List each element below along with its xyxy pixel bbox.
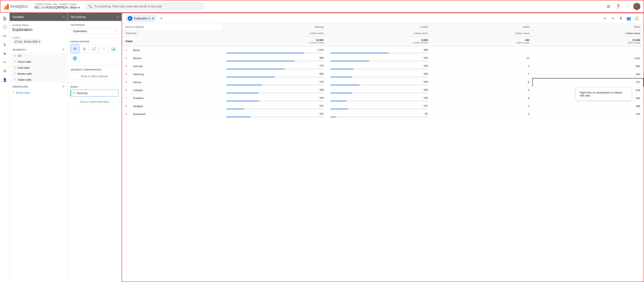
dimension-event-label: Event name (16, 91, 30, 94)
apps-grid-button[interactable]: ⊞ (604, 2, 612, 10)
sub-col-desktop-metric[interactable]: Active users (223, 30, 327, 36)
totals-total: 17,634 100% of total (532, 36, 644, 46)
segment-drop-zone[interactable]: Drop or select segment (70, 73, 119, 80)
tab-settings-panel: Tab Settings − TECHNIQUE Exploration VIS… (68, 13, 122, 282)
nav-clock-button[interactable]: 🕐 (1, 23, 9, 31)
tablet-3: 7 (431, 62, 532, 70)
city-8: Stuttgart (130, 102, 223, 110)
help-button[interactable]: ❓ (614, 2, 622, 10)
add-dimension-button[interactable]: + (62, 85, 65, 89)
row-chip-icon: ⠿ (73, 92, 75, 95)
date-range-chip[interactable]: 27 Oct - 25 Nov 2020 ▾ (12, 39, 42, 44)
desktop-4: 652 (223, 70, 327, 78)
mobile-6: 185 (327, 86, 431, 94)
variables-panel: Variables − Analysis Name: Exploration C… (10, 13, 68, 282)
table-row[interactable]: 8 Stuttgart 231 151 7 388 (122, 102, 644, 110)
visualisation-section: VISUALISATION ⊞ ◎ 📈 ⁙ 📊 🌐 (68, 37, 122, 65)
desktop-9: 322 (223, 110, 327, 118)
row-chip-label: Town/City (76, 92, 88, 95)
redo-button[interactable]: ↪ (609, 15, 616, 22)
tooltip-text: Right click on visualisation to interact… (580, 91, 622, 97)
undo-button[interactable]: ↩ (601, 15, 608, 22)
segment-item-mobile-traffic[interactable]: ⠿ Mobile traffic (11, 71, 66, 77)
vis-bar-button[interactable]: 📊 (109, 44, 118, 53)
city-9: Dusseldorf (130, 110, 223, 118)
tab-settings-minimize[interactable]: − (116, 15, 119, 19)
dimensions-title: DIMENSIONS (12, 86, 28, 88)
vis-map-button[interactable]: 🌐 (70, 54, 79, 63)
nav-settings-button[interactable]: ⚙ (1, 67, 9, 75)
row-num-2: 2 (122, 54, 130, 62)
sub-col-totals-metric[interactable]: ↓ Active users (532, 30, 644, 36)
download-button[interactable]: ⬇ (617, 15, 624, 22)
segment-item-paid-traffic[interactable]: ⠿ Paid traffic (11, 65, 66, 70)
row-num-8: 8 (122, 102, 130, 110)
exploration-tab[interactable]: ✏ Exploration 1 ▾ (125, 15, 156, 22)
left-nav: 🏠 🕐 🏷 $ ◈ ✏ ⚙ 👤 (0, 13, 10, 282)
drag-handle-direct: ⠿ (14, 60, 16, 63)
account-selector[interactable]: 121WATT GmbH > 002 - 121WATT Google ... … (34, 3, 80, 10)
account-dropdown-arrow: ▾ (78, 5, 80, 10)
table-row[interactable]: 7 Frankfurt 444 139 8 591 (122, 94, 644, 102)
account-name[interactable]: 001 | G-R3GGQNPB24 | Main ▾ (34, 5, 80, 10)
vis-table-button[interactable]: ⊞ (70, 44, 79, 53)
header-actions: ⊞ ❓ ⋮ (604, 2, 640, 10)
search-bar[interactable]: 🔍 Try searching "how many users last mon… (85, 2, 205, 10)
total-9: 378 (532, 110, 644, 118)
table-row[interactable]: 4 Hamburg 652 185 7 843 (122, 70, 644, 78)
nav-pencil-button[interactable]: ✏ (1, 58, 9, 66)
nav-explore-button[interactable]: ◈ (1, 49, 9, 57)
nav-person-button[interactable]: 👤 (1, 76, 9, 84)
table-row[interactable]: 2 Munich 908 333 17 1,252 (122, 54, 644, 62)
export-button[interactable]: ⬜ (633, 15, 640, 22)
dimension-drop-zone[interactable]: Drop or select dimension (70, 98, 119, 106)
table-row[interactable]: 5 Vienna 474 246 8 727 (122, 78, 644, 86)
segment-comparisons-section: SEGMENT COMPARISONS Drop or select segme… (68, 65, 122, 83)
mobile-1: 496 (327, 46, 431, 54)
segment-item-direct-traffic[interactable]: ⠿ Direct traffic (11, 59, 66, 64)
col-header-tablet: tablet (431, 24, 532, 30)
sub-col-tablet-metric[interactable]: Active users (431, 30, 532, 36)
user-avatar[interactable] (633, 3, 640, 10)
segment-item-tablet-traffic[interactable]: ⠿ Tablet traffic (11, 77, 66, 83)
more-options-button[interactable]: ⋮ (624, 2, 632, 10)
sub-col-mobile-metric[interactable]: Active users (327, 30, 431, 36)
city-1: Berlin (130, 46, 223, 54)
variables-panel-title: Variables (12, 15, 24, 18)
table-row[interactable]: 6 Cologne 428 185 5 618 (122, 86, 644, 94)
variables-panel-minimize[interactable]: − (62, 15, 65, 19)
add-tab-button[interactable]: + (158, 15, 165, 22)
sub-col-row-dim: Town/City (122, 30, 223, 36)
data-table-wrapper: Device category desktop mobile tablet To… (122, 24, 644, 282)
nav-dollar-button[interactable]: $ (1, 41, 9, 49)
nav-tag-button[interactable]: 🏷 (1, 32, 9, 40)
total-8: 388 (532, 102, 644, 110)
dimension-event-name[interactable]: ⠿ Event name (10, 90, 68, 96)
exploration-tab-dropdown[interactable]: ▾ (152, 16, 154, 20)
row-chip-town-city[interactable]: ⠿ Town/City (70, 90, 119, 97)
city-3: (not set) (130, 62, 223, 70)
nav-home-button[interactable]: 🏠 (1, 14, 9, 22)
table-row[interactable]: 1 Berlin 1,032 496 (122, 46, 644, 54)
total-1 (532, 46, 644, 54)
row-num-6: 6 (122, 86, 130, 94)
vis-donut-button[interactable]: ◎ (80, 44, 89, 53)
technique-select[interactable]: Exploration (70, 28, 119, 34)
search-placeholder: Try searching "how many users last month… (94, 5, 163, 8)
tablet-2: 17 (431, 54, 532, 62)
segment-comparisons-label: SEGMENT COMPARISONS (70, 68, 119, 71)
analysis-name-value: Exploration (12, 27, 65, 32)
main-layout: 🏠 🕐 🏷 $ ◈ ✏ ⚙ 👤 Variables − Analysis Nam… (0, 13, 644, 282)
total-4: 843 (532, 70, 644, 78)
vis-line-button[interactable]: 📈 (90, 44, 98, 53)
row-num-5: 5 (122, 78, 130, 86)
segment-item-us[interactable]: ⠿ US (11, 53, 66, 58)
table-row[interactable]: 9 Dusseldorf 322 53 3 378 (122, 110, 644, 118)
desktop-3: 779 (223, 62, 327, 70)
col-header-mobile: mobile (327, 24, 431, 30)
share-button[interactable]: 👥 (625, 15, 632, 22)
add-segment-button[interactable]: + (62, 47, 65, 52)
analysis-label: Analysis Name: (12, 24, 65, 26)
vis-scatter-button[interactable]: ⁙ (99, 44, 108, 53)
table-row[interactable]: 3 (not set) 779 195 7 981 (122, 62, 644, 70)
